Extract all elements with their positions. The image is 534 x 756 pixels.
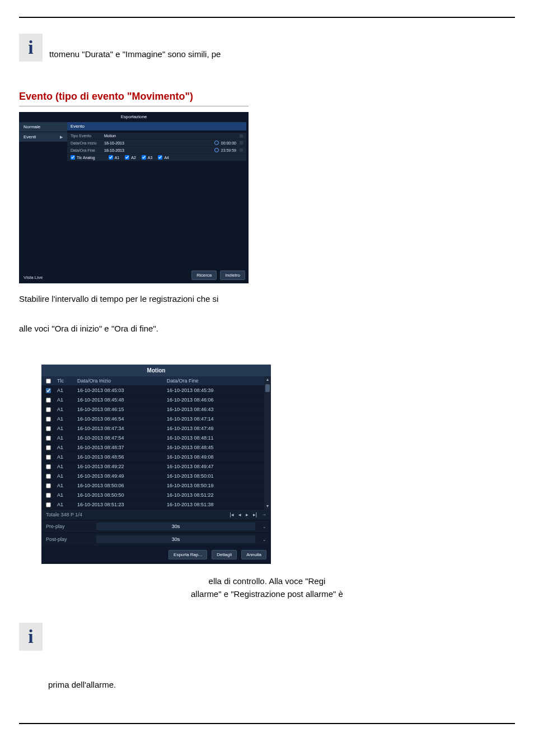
export-rap-button[interactable]: Esporta Rap... xyxy=(168,550,207,559)
cell-tlc: A1 xyxy=(57,464,77,469)
cell-start: 16-10-2013 08:46:54 xyxy=(77,416,167,422)
row-checkbox[interactable] xyxy=(46,474,51,479)
info-block-top: i ttomenu "Durata" e "Immagine" sono sim… xyxy=(19,34,221,62)
table-row[interactable]: A116-10-2013 08:48:3716-10-2013 08:48:45 xyxy=(41,443,264,452)
row-checkbox[interactable] xyxy=(46,445,51,450)
chk-a4[interactable]: A4 xyxy=(158,155,169,160)
value-preplay[interactable]: 30s xyxy=(96,522,255,530)
centered-line-1: ella di controllo. Alla voce "Regi xyxy=(209,576,326,586)
scroll-up-icon[interactable]: ▴ xyxy=(266,376,269,383)
checkbox-a4[interactable] xyxy=(158,155,162,160)
row-checkbox[interactable] xyxy=(46,417,51,422)
info-text-top: ttomenu "Durata" e "Immagine" sono simil… xyxy=(49,34,221,60)
chevron-down-icon[interactable]: ⌄ xyxy=(261,524,266,529)
cell-end: 16-10-2013 08:50:19 xyxy=(167,483,260,488)
cell-tlc: A1 xyxy=(57,426,77,431)
table-row[interactable]: A116-10-2013 08:48:5616-10-2013 08:49:08 xyxy=(41,452,264,462)
row-checkbox[interactable] xyxy=(46,388,51,393)
value-tipo-evento[interactable]: Motion xyxy=(104,134,236,138)
checkbox-a1[interactable] xyxy=(109,155,113,160)
chk-a2[interactable]: A2 xyxy=(125,155,136,160)
row-checkbox[interactable] xyxy=(46,398,51,403)
para-after-fig1-2: alle voci "Ora di inizio" e "Ora di fine… xyxy=(19,321,515,337)
cell-start: 16-10-2013 08:45:48 xyxy=(77,397,167,403)
time-inizio[interactable]: 00:00:00 xyxy=(221,141,236,145)
row-checkbox[interactable] xyxy=(46,407,51,412)
checkbox-a3[interactable] xyxy=(142,155,146,160)
row-checkbox[interactable] xyxy=(46,493,51,498)
chk-a1[interactable]: A1 xyxy=(109,155,120,160)
ricerca-button[interactable]: Ricerca xyxy=(191,270,217,280)
dropdown-icon[interactable] xyxy=(240,134,243,138)
motion-dialog-buttons: Esporta Rap... Dettagli Annulla xyxy=(41,545,271,564)
cell-start: 16-10-2013 08:47:54 xyxy=(77,435,167,441)
pager-go[interactable]: → xyxy=(261,512,266,517)
table-row[interactable]: A116-10-2013 08:51:2316-10-2013 08:51:38 xyxy=(41,500,264,510)
dropdown-icon[interactable] xyxy=(240,148,243,152)
value-data-fine[interactable]: 18-10-2013 xyxy=(104,148,211,152)
pager-next[interactable]: ▸ xyxy=(246,512,249,517)
pager-last[interactable]: ▸| xyxy=(253,512,257,517)
cell-start: 16-10-2013 08:46:15 xyxy=(77,407,167,412)
value-postplay[interactable]: 30s xyxy=(96,535,255,543)
table-row[interactable]: A116-10-2013 08:45:4816-10-2013 08:46:06 xyxy=(41,395,264,405)
table-row[interactable]: A116-10-2013 08:50:0616-10-2013 08:50:19 xyxy=(41,481,264,491)
checkbox-select-all[interactable] xyxy=(46,379,51,384)
indietro-button[interactable]: Indietro xyxy=(220,270,245,280)
table-row[interactable]: A116-10-2013 08:49:4916-10-2013 08:50:01 xyxy=(41,472,264,481)
scroll-down-icon[interactable]: ▾ xyxy=(266,503,269,510)
chevron-right-icon: ▶ xyxy=(60,135,63,139)
cell-start: 16-10-2013 08:45:03 xyxy=(77,388,167,393)
checkbox-tlc-analog[interactable] xyxy=(71,155,75,160)
label-tlc-analog: Tlc Analog xyxy=(77,156,95,160)
section-heading: Evento (tipo di evento "Movimento") xyxy=(19,91,249,106)
checkbox-a2[interactable] xyxy=(125,155,129,160)
dettagli-button[interactable]: Dettagli xyxy=(212,550,237,559)
time-fine[interactable]: 23:59:59 xyxy=(221,148,236,152)
motion-scrollbar[interactable]: ▴ ▾ xyxy=(264,376,271,510)
cell-end: 16-10-2013 08:47:14 xyxy=(167,416,260,422)
info-icon: i xyxy=(19,623,43,651)
row-checkbox[interactable] xyxy=(46,426,51,431)
col-tlc: Tlc xyxy=(57,378,77,384)
tab-eventi[interactable]: Eventi ▶ xyxy=(19,132,67,142)
row-postplay: Post-play 30s ⌄ xyxy=(41,533,271,545)
row-checkbox[interactable] xyxy=(46,455,51,460)
tab-eventi-label: Eventi xyxy=(24,134,36,139)
export-dialog-title: Esportazione xyxy=(19,112,249,122)
dropdown-icon[interactable] xyxy=(240,141,243,144)
totals-label: Totale 348 P 1/4 xyxy=(46,512,82,517)
table-row[interactable]: A116-10-2013 08:47:3416-10-2013 08:47:49 xyxy=(41,424,264,433)
chk-a3[interactable]: A3 xyxy=(142,155,153,160)
time-fine-group: 23:59:59 xyxy=(214,148,236,152)
cell-tlc: A1 xyxy=(57,473,77,479)
table-row[interactable]: A116-10-2013 08:46:1516-10-2013 08:46:43 xyxy=(41,405,264,414)
value-data-inizio[interactable]: 18-10-2013 xyxy=(104,141,211,145)
chk-tlc-analog[interactable]: Tlc Analog xyxy=(71,155,95,160)
pager-first[interactable]: |◂ xyxy=(229,512,233,517)
cell-end: 16-10-2013 08:49:08 xyxy=(167,454,260,460)
row-tipo-evento: Tipo Evento Motion xyxy=(67,133,246,139)
cell-end: 16-10-2013 08:47:49 xyxy=(167,426,260,431)
tab-normale[interactable]: Normale xyxy=(19,122,67,132)
label-postplay: Post-play xyxy=(46,536,96,542)
table-row[interactable]: A116-10-2013 08:49:2216-10-2013 08:49:47 xyxy=(41,462,264,472)
table-row[interactable]: A116-10-2013 08:47:5416-10-2013 08:48:11 xyxy=(41,433,264,443)
live-view-link[interactable]: Vista Live xyxy=(24,275,43,280)
clock-icon[interactable] xyxy=(214,148,219,152)
clock-icon[interactable] xyxy=(214,141,219,145)
cell-end: 16-10-2013 08:51:38 xyxy=(167,502,260,507)
chevron-down-icon[interactable]: ⌄ xyxy=(261,537,266,542)
annulla-button[interactable]: Annulla xyxy=(241,550,266,559)
row-checkbox[interactable] xyxy=(46,483,51,488)
row-checkbox[interactable] xyxy=(46,464,51,469)
scroll-thumb[interactable] xyxy=(265,384,270,392)
pager-prev[interactable]: ◂ xyxy=(238,512,241,517)
cell-start: 16-10-2013 08:48:37 xyxy=(77,445,167,450)
row-checkbox[interactable] xyxy=(46,502,51,507)
table-row[interactable]: A116-10-2013 08:46:5416-10-2013 08:47:14 xyxy=(41,414,264,424)
table-row[interactable]: A116-10-2013 08:50:5016-10-2013 08:51:22 xyxy=(41,491,264,500)
row-checkbox[interactable] xyxy=(46,436,51,441)
row-data-fine: Data/Ora Fine 18-10-2013 23:59:59 xyxy=(67,147,246,154)
table-row[interactable]: A116-10-2013 08:45:0316-10-2013 08:45:39 xyxy=(41,386,264,395)
